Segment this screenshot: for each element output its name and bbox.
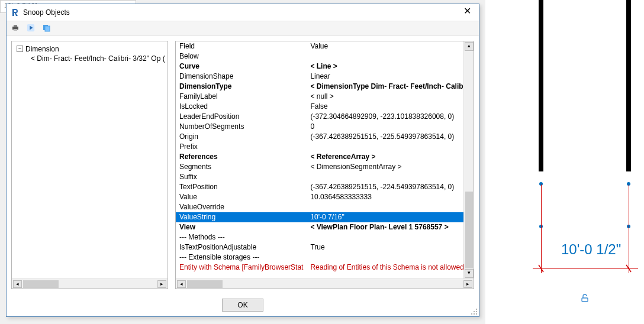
property-grid-pane: Field Value BelowCurve< Line >DimensionS… [175,41,474,289]
property-field: FamilyLabel [176,92,307,102]
wall-right [626,0,631,171]
property-value: (-372.304664892909, -223.101838326008, 0… [307,112,463,122]
property-field: ValueOverride [176,202,307,212]
property-field: Curve [176,61,307,72]
tree-body[interactable]: − Dimension < Dim- Fract- Feet/Inch- Cal… [12,41,168,278]
grid-vscrollbar[interactable]: ▴ ▾ [463,41,474,278]
property-field: DimensionType [176,82,307,92]
table-row[interactable]: Value10.0364583333333 [176,192,463,202]
scroll-down-icon[interactable]: ▾ [465,269,474,278]
table-row[interactable]: Segments< DimensionSegmentArray > [176,162,463,172]
close-icon: ✕ [463,6,471,16]
dialog-title: Snoop Objects [23,8,70,17]
svg-point-10 [474,311,475,312]
table-row[interactable]: DimensionShapeLinear [176,72,463,82]
scroll-thumb[interactable] [23,280,59,288]
table-row[interactable]: --- Methods --- [176,232,463,242]
svg-point-8 [476,311,477,312]
run-button[interactable] [25,23,36,34]
titlebar[interactable]: Snoop Objects ✕ [7,4,479,21]
table-row[interactable]: IsLockedFalse [176,102,463,112]
property-value [307,142,463,152]
header-field: Field [176,41,307,51]
scroll-right-icon[interactable]: ▸ [157,280,166,288]
property-field: View [176,222,307,232]
svg-point-12 [471,313,472,315]
property-value: Reading of Entities of this Schema is no… [307,263,463,273]
table-row[interactable]: --- Extensible storages --- [176,252,463,263]
svg-point-11 [474,313,475,315]
print-icon [11,23,20,34]
table-row[interactable]: NumberOfSegments0 [176,122,463,132]
svg-rect-18 [582,298,588,302]
scroll-left-icon[interactable]: ◂ [13,280,22,288]
table-row[interactable]: Prefix [176,142,463,152]
lock-icon[interactable] [580,293,590,304]
property-value: < ViewPlan Floor Plan- Level 1 5768557 > [307,222,463,232]
table-row[interactable]: ValueOverride [176,202,463,212]
copy-button[interactable] [41,23,51,34]
tree-root-node[interactable]: − Dimension [13,44,166,54]
dimension-line[interactable] [533,263,639,274]
button-bar: OK [7,294,479,316]
property-value [307,172,463,182]
print-button[interactable] [10,23,21,34]
table-row[interactable]: Below [176,51,463,61]
property-field: NumberOfSegments [176,122,307,132]
tree-pane: − Dimension < Dim- Fract- Feet/Inch- Cal… [11,41,168,289]
scroll-right-icon[interactable]: ▸ [463,280,472,288]
property-value: True [307,242,463,252]
copy-icon [41,23,51,34]
property-grid[interactable]: Field Value BelowCurve< Line >DimensionS… [176,41,463,278]
table-row[interactable]: View< ViewPlan Floor Plan- Level 1 57685… [176,222,463,232]
table-row[interactable]: ValueString10'-0 7/16" [176,212,463,222]
property-value: (-367.426389251515, -225.549397863514, 0… [307,132,463,142]
svg-point-7 [476,309,477,310]
wall-left [539,0,543,171]
resize-grip[interactable] [471,308,478,315]
svg-rect-1 [14,25,17,27]
property-value: 10'-0 7/16" [307,212,463,222]
property-field: Suffix [176,172,307,182]
tree-expander[interactable]: − [17,46,23,52]
property-value [307,252,463,263]
tree-child-node[interactable]: < Dim- Fract- Feet/Inch- Calibri- 3/32" … [13,54,166,64]
property-value: (-367.426389251515, -224.549397863514, 0… [307,182,463,192]
property-field: Origin [176,132,307,142]
grid-hscrollbar[interactable]: ◂ ▸ [176,278,474,289]
snoop-objects-dialog: Snoop Objects ✕ − Dimens [6,4,479,317]
property-field: --- Methods --- [176,232,307,242]
property-field: References [176,152,307,162]
play-icon [27,24,35,34]
table-row[interactable]: Entity with Schema [FamilyBrowserStatRea… [176,263,463,273]
table-row[interactable]: Suffix [176,172,463,182]
table-row[interactable]: LeaderEndPosition(-372.304664892909, -22… [176,112,463,122]
table-row[interactable]: TextPosition(-367.426389251515, -224.549… [176,182,463,192]
table-row[interactable]: Origin(-367.426389251515, -225.549397863… [176,132,463,142]
table-row[interactable]: FamilyLabel< null > [176,92,463,102]
tree-hscrollbar[interactable]: ◂ ▸ [12,278,168,289]
table-row[interactable]: References< ReferenceArray > [176,152,463,162]
scroll-left-icon[interactable]: ◂ [177,280,186,288]
tree-child-label: < Dim- Fract- Feet/Inch- Calibri- 3/32" … [31,54,165,63]
property-value: Linear [307,72,463,82]
scroll-up-icon[interactable]: ▴ [465,42,474,51]
revit-icon [10,8,20,17]
property-field: TextPosition [176,182,307,192]
dimension-text[interactable]: 10'-0 1/2" [561,241,621,258]
scroll-thumb[interactable] [187,280,223,288]
model-canvas[interactable]: 10'-0 1/2" [485,0,644,324]
scroll-thumb[interactable] [465,192,473,268]
property-value [307,51,463,61]
property-field: IsLocked [176,102,307,112]
dimension-extension-line [629,184,629,273]
table-row[interactable]: IsTextPositionAdjustableTrue [176,242,463,252]
table-row[interactable]: DimensionType< DimensionType Dim- Fract-… [176,82,463,92]
property-field: LeaderEndPosition [176,112,307,122]
property-field: Below [176,51,307,61]
svg-point-9 [476,313,477,315]
table-row[interactable]: Curve< Line > [176,61,463,72]
ok-button[interactable]: OK [222,299,263,312]
close-button[interactable]: ✕ [458,7,476,18]
property-field: Segments [176,162,307,172]
